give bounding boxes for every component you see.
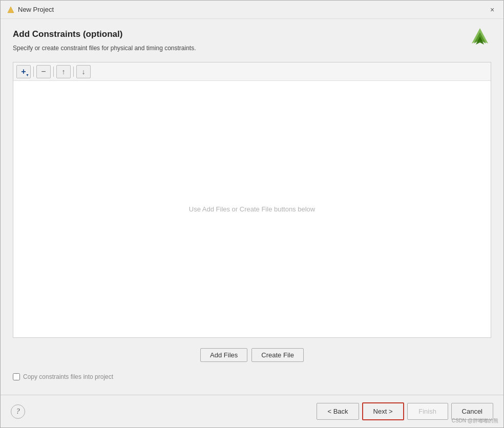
svg-marker-0	[8, 7, 14, 13]
constraints-toolbar: + ▼ − ↑ ↓	[13, 62, 491, 81]
arrow-down-icon: ↓	[82, 68, 86, 76]
minus-icon: −	[41, 67, 46, 76]
footer-left: ?	[11, 404, 25, 419]
title-bar: New Project ×	[1, 1, 503, 19]
page-subtitle: Specify or create constraint files for p…	[13, 45, 491, 52]
move-down-button[interactable]: ↓	[76, 65, 91, 78]
remove-button[interactable]: −	[36, 65, 51, 78]
finish-button[interactable]: Finish	[407, 403, 448, 420]
arrow-up-icon: ↑	[62, 68, 66, 76]
toolbar-separator-3	[73, 67, 74, 77]
create-file-button[interactable]: Create File	[251, 348, 304, 362]
title-bar-left: New Project	[7, 6, 54, 14]
action-buttons-row: Add Files Create File	[13, 342, 491, 366]
add-files-button[interactable]: Add Files	[200, 348, 247, 362]
dialog-title: New Project	[18, 6, 54, 13]
back-button[interactable]: < Back	[317, 403, 359, 420]
watermark: CSDN @胖嘟嘟的熊	[452, 417, 498, 424]
page-title: Add Constraints (optional)	[13, 29, 491, 39]
content-area: Add Constraints (optional) Specify or cr…	[1, 19, 503, 395]
constraints-panel: + ▼ − ↑ ↓ Use Add Files or Create File b	[13, 62, 491, 338]
toolbar-separator-1	[33, 67, 34, 77]
dialog-window: New Project × Add Constraints (optional)…	[0, 0, 504, 428]
close-button[interactable]: ×	[487, 5, 497, 15]
dropdown-indicator: ▼	[26, 73, 29, 77]
next-button[interactable]: Next >	[362, 402, 404, 420]
add-button[interactable]: + ▼	[16, 65, 31, 78]
help-button[interactable]: ?	[11, 404, 25, 419]
app-icon	[7, 6, 15, 14]
move-up-button[interactable]: ↑	[56, 65, 71, 78]
logo-area	[469, 26, 491, 50]
toolbar-separator-2	[53, 67, 54, 77]
copy-constraints-label[interactable]: Copy constraints files into project	[23, 373, 113, 380]
files-list-area: Use Add Files or Create File buttons bel…	[13, 81, 491, 337]
copy-constraints-checkbox[interactable]	[13, 373, 20, 380]
checkbox-area: Copy constraints files into project	[13, 370, 491, 384]
footer: ? < Back Next > Finish Cancel	[1, 395, 503, 427]
empty-message: Use Add Files or Create File buttons bel…	[189, 205, 315, 213]
vivado-logo	[469, 26, 491, 49]
